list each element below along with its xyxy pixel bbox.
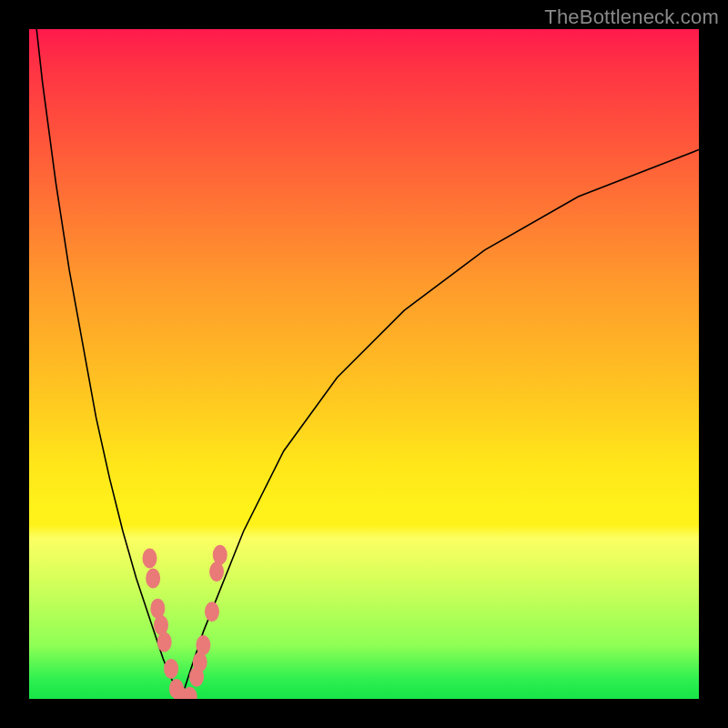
watermark-text: TheBottleneck.com [544,5,719,29]
curve-layer [29,29,699,699]
marker-point [209,561,224,581]
curve-right-branch [181,149,699,699]
marker-point [142,548,157,568]
marker-point [193,652,207,672]
chart-svg [29,29,699,699]
marker-point [205,602,219,622]
marker-point [157,632,172,652]
marker-point [213,545,228,565]
marker-point [146,569,160,589]
chart-frame: TheBottleneck.com [0,0,728,728]
marker-point [154,615,168,635]
curve-left-branch [29,29,181,699]
marker-layer [142,545,227,699]
plot-area [29,29,699,699]
marker-point [196,635,210,655]
marker-point [150,599,165,619]
marker-point [164,659,178,679]
